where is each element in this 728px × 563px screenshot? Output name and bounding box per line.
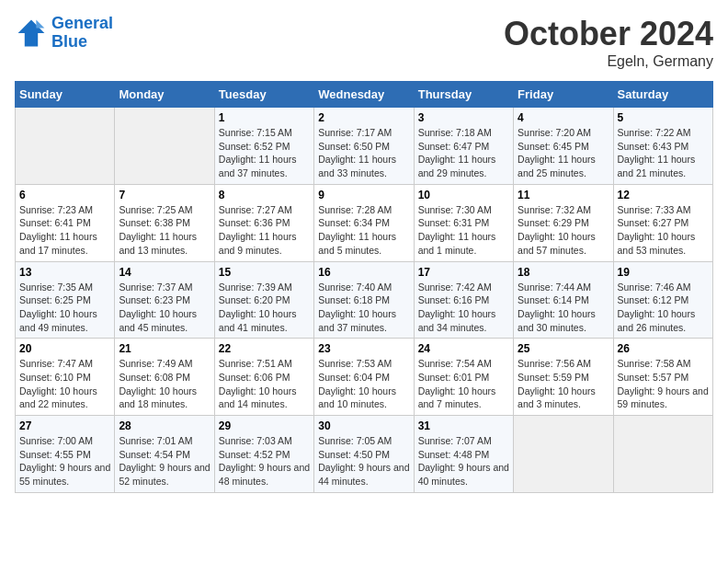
day-header-tuesday: Tuesday [214, 82, 313, 108]
day-number: 13 [19, 266, 110, 279]
day-number: 22 [219, 342, 310, 355]
week-row-1: 1 Sunrise: 7:15 AMSunset: 6:52 PMDayligh… [16, 108, 713, 185]
day-info: Sunrise: 7:30 AMSunset: 6:31 PMDaylight:… [418, 203, 509, 258]
day-info: Sunrise: 7:18 AMSunset: 6:47 PMDaylight:… [418, 126, 509, 180]
day-cell: 23 Sunrise: 7:53 AMSunset: 6:04 PMDaylig… [314, 339, 414, 416]
day-header-monday: Monday [115, 82, 214, 108]
day-number: 16 [318, 266, 409, 279]
day-number: 3 [418, 111, 509, 124]
day-number: 10 [418, 189, 509, 201]
day-header-friday: Friday [514, 82, 613, 108]
day-cell: 27 Sunrise: 7:00 AMSunset: 4:55 PMDaylig… [16, 416, 115, 493]
day-header-thursday: Thursday [414, 82, 513, 108]
day-info: Sunrise: 7:56 AMSunset: 5:59 PMDaylight:… [518, 357, 609, 411]
day-cell: 18 Sunrise: 7:44 AMSunset: 6:14 PMDaylig… [514, 261, 613, 339]
day-cell: 5 Sunrise: 7:22 AMSunset: 6:43 PMDayligh… [613, 108, 712, 185]
day-cell: 8 Sunrise: 7:27 AMSunset: 6:36 PMDayligh… [214, 184, 313, 261]
day-header-sunday: Sunday [16, 82, 115, 108]
day-cell: 13 Sunrise: 7:35 AMSunset: 6:25 PMDaylig… [16, 261, 115, 339]
day-info: Sunrise: 7:51 AMSunset: 6:06 PMDaylight:… [219, 357, 310, 411]
day-cell: 31 Sunrise: 7:07 AMSunset: 4:48 PMDaylig… [414, 416, 513, 493]
day-number: 12 [618, 189, 709, 201]
day-header-wednesday: Wednesday [314, 82, 414, 108]
page-header: General Blue October 2024 Egeln, Germany [15, 15, 713, 70]
day-cell: 11 Sunrise: 7:32 AMSunset: 6:29 PMDaylig… [514, 184, 613, 261]
day-number: 28 [119, 419, 210, 432]
day-cell: 6 Sunrise: 7:23 AMSunset: 6:41 PMDayligh… [16, 184, 115, 261]
day-number: 19 [618, 266, 709, 279]
day-info: Sunrise: 7:46 AMSunset: 6:12 PMDaylight:… [618, 281, 709, 335]
day-number: 18 [518, 266, 609, 279]
day-info: Sunrise: 7:54 AMSunset: 6:01 PMDaylight:… [418, 357, 509, 411]
location-title: Egeln, Germany [504, 53, 713, 70]
day-number: 7 [119, 189, 210, 201]
day-info: Sunrise: 7:07 AMSunset: 4:48 PMDaylight:… [418, 434, 509, 488]
day-info: Sunrise: 7:53 AMSunset: 6:04 PMDaylight:… [318, 357, 409, 411]
day-cell: 9 Sunrise: 7:28 AMSunset: 6:34 PMDayligh… [314, 184, 414, 261]
day-cell: 22 Sunrise: 7:51 AMSunset: 6:06 PMDaylig… [214, 339, 313, 416]
day-header-saturday: Saturday [613, 82, 712, 108]
day-cell: 24 Sunrise: 7:54 AMSunset: 6:01 PMDaylig… [414, 339, 513, 416]
day-cell: 17 Sunrise: 7:42 AMSunset: 6:16 PMDaylig… [414, 261, 513, 339]
logo: General Blue [15, 15, 113, 52]
day-info: Sunrise: 7:33 AMSunset: 6:27 PMDaylight:… [618, 203, 709, 258]
day-info: Sunrise: 7:47 AMSunset: 6:10 PMDaylight:… [19, 357, 110, 411]
day-number: 9 [318, 189, 409, 201]
day-info: Sunrise: 7:15 AMSunset: 6:52 PMDaylight:… [219, 126, 310, 180]
day-number: 23 [318, 342, 409, 355]
day-number: 4 [518, 111, 609, 124]
day-cell: 26 Sunrise: 7:58 AMSunset: 5:57 PMDaylig… [613, 339, 712, 416]
day-number: 26 [618, 342, 709, 355]
day-info: Sunrise: 7:42 AMSunset: 6:16 PMDaylight:… [418, 281, 509, 335]
day-info: Sunrise: 7:00 AMSunset: 4:55 PMDaylight:… [19, 434, 110, 488]
day-info: Sunrise: 7:17 AMSunset: 6:50 PMDaylight:… [318, 126, 409, 180]
week-row-4: 20 Sunrise: 7:47 AMSunset: 6:10 PMDaylig… [16, 339, 713, 416]
day-number: 30 [318, 419, 409, 432]
day-cell: 30 Sunrise: 7:05 AMSunset: 4:50 PMDaylig… [314, 416, 414, 493]
month-title: October 2024 [504, 15, 713, 53]
day-cell: 15 Sunrise: 7:39 AMSunset: 6:20 PMDaylig… [214, 261, 313, 339]
day-cell: 19 Sunrise: 7:46 AMSunset: 6:12 PMDaylig… [613, 261, 712, 339]
svg-marker-0 [18, 19, 45, 46]
day-cell: 29 Sunrise: 7:03 AMSunset: 4:52 PMDaylig… [214, 416, 313, 493]
title-area: October 2024 Egeln, Germany [504, 15, 713, 70]
day-info: Sunrise: 7:22 AMSunset: 6:43 PMDaylight:… [618, 126, 709, 180]
day-info: Sunrise: 7:32 AMSunset: 6:29 PMDaylight:… [518, 203, 609, 258]
week-row-2: 6 Sunrise: 7:23 AMSunset: 6:41 PMDayligh… [16, 184, 713, 261]
day-number: 27 [19, 419, 110, 432]
day-info: Sunrise: 7:01 AMSunset: 4:54 PMDaylight:… [119, 434, 210, 488]
day-info: Sunrise: 7:03 AMSunset: 4:52 PMDaylight:… [219, 434, 310, 488]
day-cell: 20 Sunrise: 7:47 AMSunset: 6:10 PMDaylig… [16, 339, 115, 416]
svg-marker-1 [36, 19, 44, 28]
day-info: Sunrise: 7:44 AMSunset: 6:14 PMDaylight:… [518, 281, 609, 335]
day-number: 15 [219, 266, 310, 279]
day-number: 20 [19, 342, 110, 355]
day-cell: 3 Sunrise: 7:18 AMSunset: 6:47 PMDayligh… [414, 108, 513, 185]
day-cell: 21 Sunrise: 7:49 AMSunset: 6:08 PMDaylig… [115, 339, 214, 416]
day-cell: 4 Sunrise: 7:20 AMSunset: 6:45 PMDayligh… [514, 108, 613, 185]
day-info: Sunrise: 7:05 AMSunset: 4:50 PMDaylight:… [318, 434, 409, 488]
logo-icon [15, 17, 48, 50]
day-cell: 28 Sunrise: 7:01 AMSunset: 4:54 PMDaylig… [115, 416, 214, 493]
day-number: 24 [418, 342, 509, 355]
logo-general: General [51, 14, 113, 32]
day-info: Sunrise: 7:40 AMSunset: 6:18 PMDaylight:… [318, 281, 409, 335]
calendar-table: SundayMondayTuesdayWednesdayThursdayFrid… [15, 81, 713, 493]
day-info: Sunrise: 7:58 AMSunset: 5:57 PMDaylight:… [618, 357, 709, 411]
day-info: Sunrise: 7:25 AMSunset: 6:38 PMDaylight:… [119, 203, 210, 258]
day-number: 21 [119, 342, 210, 355]
day-info: Sunrise: 7:28 AMSunset: 6:34 PMDaylight:… [318, 203, 409, 258]
day-info: Sunrise: 7:23 AMSunset: 6:41 PMDaylight:… [19, 203, 110, 258]
day-cell: 12 Sunrise: 7:33 AMSunset: 6:27 PMDaylig… [613, 184, 712, 261]
day-number: 14 [119, 266, 210, 279]
logo-blue: Blue [51, 32, 87, 51]
day-info: Sunrise: 7:20 AMSunset: 6:45 PMDaylight:… [518, 126, 609, 180]
header-row: SundayMondayTuesdayWednesdayThursdayFrid… [16, 82, 713, 108]
day-info: Sunrise: 7:37 AMSunset: 6:23 PMDaylight:… [119, 281, 210, 335]
day-number: 1 [219, 111, 310, 124]
week-row-5: 27 Sunrise: 7:00 AMSunset: 4:55 PMDaylig… [16, 416, 713, 493]
day-cell: 10 Sunrise: 7:30 AMSunset: 6:31 PMDaylig… [414, 184, 513, 261]
day-number: 2 [318, 111, 409, 124]
day-number: 6 [19, 189, 110, 201]
week-row-3: 13 Sunrise: 7:35 AMSunset: 6:25 PMDaylig… [16, 261, 713, 339]
